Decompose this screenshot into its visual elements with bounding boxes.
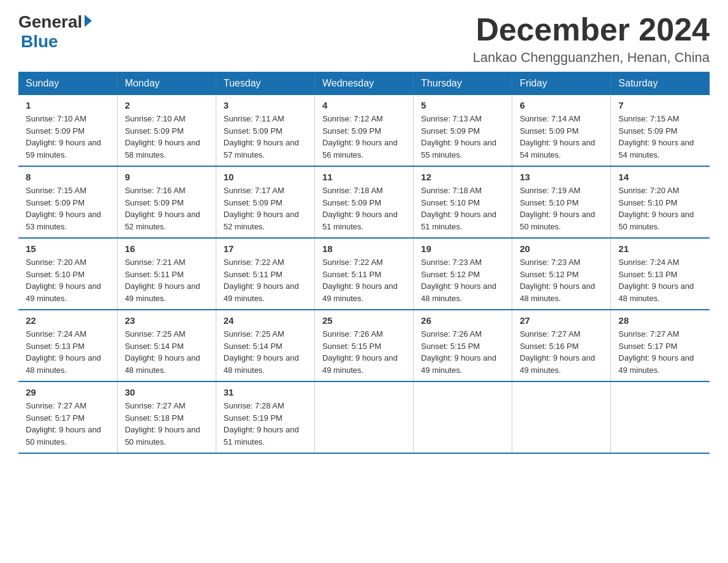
calendar-cell: 21 Sunrise: 7:24 AMSunset: 5:13 PMDaylig…: [611, 238, 710, 310]
day-info: Sunrise: 7:27 AMSunset: 5:17 PMDaylight:…: [618, 328, 702, 376]
day-info: Sunrise: 7:20 AMSunset: 5:10 PMDaylight:…: [618, 185, 702, 232]
day-number: 7: [618, 100, 702, 110]
day-number: 30: [125, 387, 208, 397]
day-info: Sunrise: 7:20 AMSunset: 5:10 PMDaylight:…: [26, 256, 110, 304]
calendar-cell: 29 Sunrise: 7:27 AMSunset: 5:17 PMDaylig…: [18, 381, 117, 453]
logo: General Blue: [18, 12, 92, 52]
day-info: Sunrise: 7:16 AMSunset: 5:09 PMDaylight:…: [125, 185, 208, 232]
calendar-cell: [414, 381, 512, 453]
calendar-cell: 15 Sunrise: 7:20 AMSunset: 5:10 PMDaylig…: [18, 238, 117, 310]
day-info: Sunrise: 7:11 AMSunset: 5:09 PMDaylight:…: [224, 113, 307, 161]
day-info: Sunrise: 7:28 AMSunset: 5:19 PMDaylight:…: [224, 400, 307, 448]
day-number: 28: [618, 315, 702, 326]
logo-general-text: General: [18, 12, 82, 32]
day-number: 4: [322, 100, 406, 110]
calendar-cell: 28 Sunrise: 7:27 AMSunset: 5:17 PMDaylig…: [611, 310, 710, 381]
day-number: 31: [224, 387, 307, 397]
day-info: Sunrise: 7:23 AMSunset: 5:12 PMDaylight:…: [520, 256, 603, 304]
day-number: 11: [322, 172, 406, 182]
page-header: General Blue December 2024 Lankao Chengg…: [18, 12, 710, 66]
calendar-header-saturday: Saturday: [611, 72, 710, 95]
day-number: 25: [322, 315, 406, 326]
calendar-cell: 5 Sunrise: 7:13 AMSunset: 5:09 PMDayligh…: [414, 95, 512, 166]
day-info: Sunrise: 7:22 AMSunset: 5:11 PMDaylight:…: [322, 256, 406, 304]
day-info: Sunrise: 7:22 AMSunset: 5:11 PMDaylight:…: [224, 256, 307, 304]
calendar-cell: 6 Sunrise: 7:14 AMSunset: 5:09 PMDayligh…: [512, 95, 611, 166]
calendar-header-thursday: Thursday: [414, 72, 512, 95]
calendar-cell: 19 Sunrise: 7:23 AMSunset: 5:12 PMDaylig…: [414, 238, 512, 310]
title-block: December 2024 Lankao Chengguanzhen, Hena…: [472, 12, 710, 66]
calendar-cell: 13 Sunrise: 7:19 AMSunset: 5:10 PMDaylig…: [512, 166, 611, 238]
logo-arrow-icon: [85, 15, 92, 27]
calendar-cell: 3 Sunrise: 7:11 AMSunset: 5:09 PMDayligh…: [216, 95, 314, 166]
calendar-cell: 11 Sunrise: 7:18 AMSunset: 5:09 PMDaylig…: [314, 166, 413, 238]
calendar-cell: 26 Sunrise: 7:26 AMSunset: 5:15 PMDaylig…: [414, 310, 512, 381]
day-info: Sunrise: 7:13 AMSunset: 5:09 PMDaylight:…: [421, 113, 504, 161]
day-info: Sunrise: 7:10 AMSunset: 5:09 PMDaylight:…: [125, 113, 208, 161]
calendar-cell: 2 Sunrise: 7:10 AMSunset: 5:09 PMDayligh…: [117, 95, 216, 166]
day-number: 22: [26, 315, 110, 326]
day-number: 1: [26, 100, 110, 110]
day-info: Sunrise: 7:24 AMSunset: 5:13 PMDaylight:…: [618, 256, 702, 304]
day-info: Sunrise: 7:23 AMSunset: 5:12 PMDaylight:…: [421, 256, 504, 304]
calendar-cell: 12 Sunrise: 7:18 AMSunset: 5:10 PMDaylig…: [414, 166, 512, 238]
day-info: Sunrise: 7:18 AMSunset: 5:10 PMDaylight:…: [421, 185, 504, 232]
calendar-header-tuesday: Tuesday: [216, 72, 314, 95]
day-number: 26: [421, 315, 504, 326]
calendar-cell: [314, 381, 413, 453]
calendar-cell: 22 Sunrise: 7:24 AMSunset: 5:13 PMDaylig…: [18, 310, 117, 381]
day-info: Sunrise: 7:27 AMSunset: 5:18 PMDaylight:…: [125, 400, 208, 448]
calendar-cell: [611, 381, 710, 453]
calendar-cell: 14 Sunrise: 7:20 AMSunset: 5:10 PMDaylig…: [611, 166, 710, 238]
calendar-week-1: 1 Sunrise: 7:10 AMSunset: 5:09 PMDayligh…: [18, 95, 710, 166]
day-number: 19: [421, 243, 504, 254]
calendar-cell: 7 Sunrise: 7:15 AMSunset: 5:09 PMDayligh…: [611, 95, 710, 166]
day-number: 6: [520, 100, 603, 110]
day-info: Sunrise: 7:25 AMSunset: 5:14 PMDaylight:…: [224, 328, 307, 376]
calendar-cell: 30 Sunrise: 7:27 AMSunset: 5:18 PMDaylig…: [117, 381, 216, 453]
calendar-week-4: 22 Sunrise: 7:24 AMSunset: 5:13 PMDaylig…: [18, 310, 710, 381]
day-number: 23: [125, 315, 208, 326]
calendar-header-friday: Friday: [512, 72, 611, 95]
calendar-week-5: 29 Sunrise: 7:27 AMSunset: 5:17 PMDaylig…: [18, 381, 710, 453]
day-number: 20: [520, 243, 603, 254]
day-number: 3: [224, 100, 307, 110]
day-number: 24: [224, 315, 307, 326]
day-number: 12: [421, 172, 504, 182]
day-info: Sunrise: 7:27 AMSunset: 5:17 PMDaylight:…: [26, 400, 110, 448]
calendar-cell: 9 Sunrise: 7:16 AMSunset: 5:09 PMDayligh…: [117, 166, 216, 238]
calendar-cell: 31 Sunrise: 7:28 AMSunset: 5:19 PMDaylig…: [216, 381, 314, 453]
calendar-header-sunday: Sunday: [18, 72, 117, 95]
calendar-week-3: 15 Sunrise: 7:20 AMSunset: 5:10 PMDaylig…: [18, 238, 710, 310]
day-info: Sunrise: 7:18 AMSunset: 5:09 PMDaylight:…: [322, 185, 406, 232]
day-info: Sunrise: 7:24 AMSunset: 5:13 PMDaylight:…: [26, 328, 110, 376]
day-info: Sunrise: 7:26 AMSunset: 5:15 PMDaylight:…: [421, 328, 504, 376]
calendar-cell: 10 Sunrise: 7:17 AMSunset: 5:09 PMDaylig…: [216, 166, 314, 238]
day-info: Sunrise: 7:21 AMSunset: 5:11 PMDaylight:…: [125, 256, 208, 304]
day-number: 17: [224, 243, 307, 254]
calendar-cell: 8 Sunrise: 7:15 AMSunset: 5:09 PMDayligh…: [18, 166, 117, 238]
day-number: 29: [26, 387, 110, 397]
calendar-cell: 25 Sunrise: 7:26 AMSunset: 5:15 PMDaylig…: [314, 310, 413, 381]
day-number: 15: [26, 243, 110, 254]
logo-blue-text: Blue: [21, 32, 58, 52]
main-title: December 2024: [472, 12, 710, 47]
calendar-cell: 27 Sunrise: 7:27 AMSunset: 5:16 PMDaylig…: [512, 310, 611, 381]
calendar-cell: 16 Sunrise: 7:21 AMSunset: 5:11 PMDaylig…: [117, 238, 216, 310]
calendar-cell: 18 Sunrise: 7:22 AMSunset: 5:11 PMDaylig…: [314, 238, 413, 310]
calendar-cell: 24 Sunrise: 7:25 AMSunset: 5:14 PMDaylig…: [216, 310, 314, 381]
day-number: 21: [618, 243, 702, 254]
day-info: Sunrise: 7:15 AMSunset: 5:09 PMDaylight:…: [26, 185, 110, 232]
calendar-header-wednesday: Wednesday: [314, 72, 413, 95]
calendar-table: SundayMondayTuesdayWednesdayThursdayFrid…: [18, 72, 710, 454]
calendar-header-row: SundayMondayTuesdayWednesdayThursdayFrid…: [18, 72, 710, 95]
calendar-cell: 17 Sunrise: 7:22 AMSunset: 5:11 PMDaylig…: [216, 238, 314, 310]
calendar-header-monday: Monday: [117, 72, 216, 95]
day-info: Sunrise: 7:26 AMSunset: 5:15 PMDaylight:…: [322, 328, 406, 376]
calendar-cell: 23 Sunrise: 7:25 AMSunset: 5:14 PMDaylig…: [117, 310, 216, 381]
day-number: 9: [125, 172, 208, 182]
calendar-cell: 20 Sunrise: 7:23 AMSunset: 5:12 PMDaylig…: [512, 238, 611, 310]
day-info: Sunrise: 7:15 AMSunset: 5:09 PMDaylight:…: [618, 113, 702, 161]
day-number: 5: [421, 100, 504, 110]
calendar-cell: [512, 381, 611, 453]
